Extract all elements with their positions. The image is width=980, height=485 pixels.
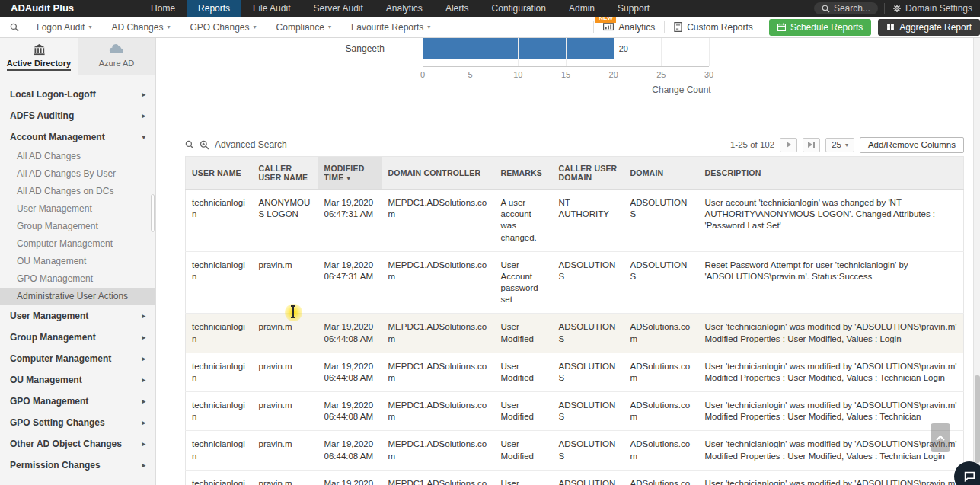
table-row[interactable]: technicianlogin pravin.m Mar 19,2020 06:… (186, 392, 964, 431)
chart-x-axis-title: Change Count (605, 85, 758, 95)
sidebar-subitem-administrative-user-actions[interactable]: Administrative User Actions (0, 288, 155, 305)
sidebar-scrollbar-thumb[interactable] (151, 194, 155, 232)
report-toolbar: Advanced Search 1-25 of 102 25 ▾ Add/Rem… (185, 133, 964, 156)
app-logo[interactable]: ADAudit Plus (0, 0, 85, 17)
sidebar-subitem-all-ad-changes-on-dcs[interactable]: All AD Changes on DCs (0, 183, 155, 200)
column-header-description[interactable]: DESCRIPTION (699, 157, 964, 190)
table-row[interactable]: technicianlogin pravin.m Mar 19,2020 06:… (186, 431, 964, 470)
page-size-value: 25 (832, 140, 841, 149)
nav-server-audit[interactable]: Server Audit (302, 0, 374, 17)
sidebar-subitem-user-management[interactable]: User Management (0, 200, 155, 218)
nav-alerts[interactable]: Alerts (434, 0, 480, 17)
cell-modified-time: Mar 19,2020 06:44:08 AM (318, 470, 382, 485)
chart-region: Sangeeth 20 Change Count 051015202530 (156, 38, 973, 133)
cell-domain: ADSolutions.com (624, 431, 699, 470)
schedule-reports-button[interactable]: Schedule Reports (769, 19, 871, 36)
scroll-to-top-button[interactable] (931, 423, 950, 452)
chart-gridline (614, 38, 614, 66)
menu-compliance[interactable]: Compliance▾ (267, 22, 341, 33)
tab-active-directory[interactable]: Active Directory (0, 38, 78, 75)
pagination-label: 1-25 of 102 (730, 140, 774, 149)
sidebar-subitem-computer-management[interactable]: Computer Management (0, 235, 155, 253)
sidebar-subitem-all-ad-changes[interactable]: All AD Changes (0, 148, 155, 165)
sidebar-item-local-logon-logoff[interactable]: Local Logon-Logoff▸ (0, 84, 155, 105)
chevron-right-icon: ▸ (142, 112, 145, 120)
sidebar-item-ou-management[interactable]: OU Management▸ (0, 369, 155, 391)
column-header-caller-user-domain[interactable]: CALLER USER DOMAIN (553, 157, 624, 190)
sidebar-item-gpo-management[interactable]: GPO Management▸ (0, 391, 155, 412)
page-scrollbar[interactable] (973, 38, 980, 485)
sidebar-item-adfs-auditing[interactable]: ADFS Auditing▸ (0, 105, 155, 126)
chart-x-tick-label: 15 (561, 70, 570, 79)
sidebar-item-group-management[interactable]: Group Management▸ (0, 327, 155, 348)
text-cursor-icon (292, 306, 294, 317)
table-row[interactable]: technicianlogin pravin.m Mar 19,2020 06:… (186, 353, 964, 391)
sidebar-item-user-management[interactable]: User Management▸ (0, 305, 155, 327)
chevron-right-icon: ▸ (142, 91, 145, 98)
column-header-modified-time[interactable]: MODIFIED TIME ▼ (318, 157, 382, 190)
table-row[interactable]: technicianlogin pravin.m Mar 19,2020 06:… (186, 251, 964, 314)
custom-reports-link[interactable]: Custom Reports (665, 17, 762, 37)
cell-remarks: User Account password set (495, 251, 553, 314)
sidebar-subitem-ou-management[interactable]: OU Management (0, 253, 155, 270)
cell-modified-time: Mar 19,2020 06:44:08 AM (318, 314, 382, 353)
column-header-user-name[interactable]: USER NAME (186, 157, 253, 190)
cell-domain: ADSolutions.com (624, 470, 699, 485)
cell-user-name: technicianlogin (186, 251, 253, 314)
sidebar-item-computer-management[interactable]: Computer Management▸ (0, 348, 155, 369)
cell-caller-user-domain: ADSOLUTIONS (553, 431, 624, 470)
menu-label: AD Changes (111, 22, 163, 33)
sidebar-item-other-ad-object-changes[interactable]: Other AD Object Changes▸ (0, 433, 155, 455)
add-remove-columns-button[interactable]: Add/Remove Columns (860, 137, 964, 153)
next-page-button[interactable] (780, 138, 797, 152)
chart-bar-value: 20 (619, 44, 628, 53)
tab-azure-ad[interactable]: Azure AD (78, 38, 155, 75)
cell-remarks: A user account was changed. (495, 190, 553, 252)
sidebar-subitem-all-ad-changes-by-user[interactable]: All AD Changes By User (0, 165, 155, 183)
nav-reports[interactable]: Reports (187, 0, 241, 17)
sidebar-tabs: Active Directory Azure AD (0, 38, 155, 75)
menu-favourite-reports[interactable]: Favourite Reports▾ (341, 22, 440, 33)
column-header-caller-user-name[interactable]: CALLER USER NAME (253, 157, 318, 190)
sidebar-subitem-group-management[interactable]: Group Management (0, 218, 155, 235)
chat-button[interactable] (954, 461, 980, 485)
chart-x-axis (423, 66, 709, 67)
sidebar-subitem-gpo-management[interactable]: GPO Management (0, 270, 155, 288)
report-search-icon[interactable] (0, 23, 27, 32)
domain-settings-button[interactable]: Domain Settings (885, 3, 980, 14)
sidebar-item-gpo-setting-changes[interactable]: GPO Setting Changes▸ (0, 412, 155, 433)
nav-admin[interactable]: Admin (557, 0, 606, 17)
sidebar-item-permission-changes[interactable]: Permission Changes▸ (0, 455, 155, 476)
column-header-domain-controller[interactable]: DOMAIN CONTROLLER (382, 157, 495, 190)
chevron-up-icon (936, 435, 945, 441)
nav-configuration[interactable]: Configuration (480, 0, 557, 17)
global-search[interactable]: Search... (814, 2, 878, 14)
page-scrollbar-thumb[interactable] (975, 375, 980, 463)
top-nav: HomeReportsFile AuditServer AuditAnalyti… (139, 0, 661, 17)
sidebar-item-label: Group Management (10, 332, 96, 343)
analytics-link[interactable]: NEW Analytics (594, 17, 664, 37)
sidebar-item-account-management[interactable]: Account Management▾ (0, 126, 155, 148)
table-row[interactable]: technicianlogin pravin.m Mar 19,2020 06:… (186, 314, 964, 353)
advanced-search[interactable]: Advanced Search (185, 139, 287, 150)
chart-x-tick-label: 0 (420, 70, 425, 79)
last-page-button[interactable] (803, 138, 820, 152)
menu-gpo-changes[interactable]: GPO Changes▾ (180, 22, 266, 33)
aggregate-report-button[interactable]: Aggregate Report (878, 19, 980, 36)
table-row[interactable]: technicianlogin ANONYMOUS LOGON Mar 19,2… (186, 190, 964, 252)
menu-ad-changes[interactable]: AD Changes▾ (101, 22, 180, 33)
nav-support[interactable]: Support (606, 0, 661, 17)
cell-caller-user-name: pravin.m (253, 251, 318, 314)
nav-file-audit[interactable]: File Audit (241, 0, 302, 17)
nav-analytics[interactable]: Analytics (375, 0, 434, 17)
table-row[interactable]: technicianlogin pravin.m Mar 19,2020 06:… (186, 470, 964, 485)
sidebar-item-label: Local Logon-Logoff (10, 89, 96, 100)
column-header-domain[interactable]: DOMAIN (624, 157, 699, 190)
cell-caller-user-name: pravin.m (253, 353, 318, 391)
page-size-select[interactable]: 25 ▾ (825, 138, 854, 152)
nav-home[interactable]: Home (139, 0, 187, 17)
column-header-remarks[interactable]: REMARKS (495, 157, 553, 190)
topbar: ADAudit Plus HomeReportsFile AuditServer… (0, 0, 980, 17)
menu-logon-audit[interactable]: Logon Audit▾ (27, 22, 101, 33)
chart-category-label: Sangeeth (301, 43, 385, 54)
